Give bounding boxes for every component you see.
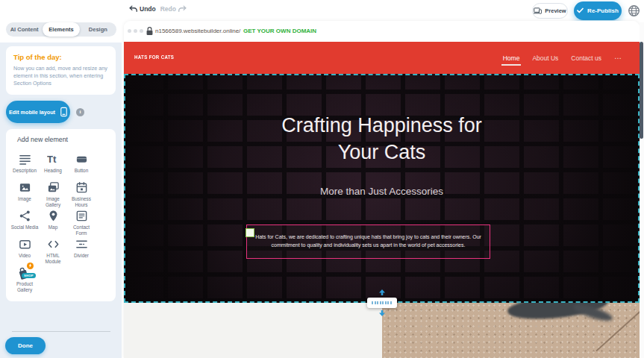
image-gallery-icon: [47, 181, 60, 194]
hero-heading[interactable]: Crafting Happiness for Your Cats: [124, 113, 640, 166]
heading-icon: Tt: [47, 153, 60, 166]
info-icon[interactable]: i: [76, 108, 84, 116]
language-globe-icon[interactable]: [628, 4, 640, 17]
button-icon: [75, 153, 88, 166]
element-label: Social Media: [11, 224, 39, 230]
tab-design[interactable]: Design: [80, 22, 116, 37]
image-icon: [19, 181, 31, 194]
tip-heading: Tip of the day:: [13, 53, 108, 61]
site-preview-window: n1566589.websitebuilder.online/ GET YOUR…: [124, 21, 640, 358]
undo-button[interactable]: Undo: [128, 4, 156, 13]
element-business-hours[interactable]: Business Hours: [67, 180, 96, 208]
resize-arrow-up-icon: [378, 289, 385, 295]
next-section-photo: [382, 303, 640, 358]
nav-about-us[interactable]: About Us: [532, 51, 558, 65]
tip-body: Now you can add, move and resize any ele…: [13, 65, 108, 87]
redo-icon: [178, 4, 187, 13]
next-section-blank: [124, 303, 382, 358]
shop-badge: SHOP: [22, 273, 36, 278]
window-dots: [128, 29, 143, 33]
resize-arrow-down-icon: [378, 310, 385, 316]
nav-contact-us[interactable]: Contact us: [571, 51, 601, 65]
redo-button[interactable]: Redo: [160, 4, 187, 13]
panel-divider: [12, 331, 110, 332]
undo-redo-group: Undo Redo: [128, 4, 187, 13]
element-contact-form[interactable]: Contact Form: [67, 208, 96, 236]
code-icon: [47, 238, 60, 251]
hero-body-text: Hats for Cats, we are dedicated to craft…: [253, 233, 484, 250]
website-builder-app: Section options Undo Redo Preview: [0, 0, 644, 358]
divider-icon: [75, 238, 88, 251]
done-button[interactable]: Done: [5, 337, 46, 354]
site-url[interactable]: n1566589.websitebuilder.online/: [155, 28, 240, 34]
element-label: Image Gallery: [39, 196, 67, 208]
tab-ai-content[interactable]: AI Content: [6, 22, 43, 37]
element-label: Heading: [44, 168, 62, 174]
element-description[interactable]: Description: [10, 151, 39, 180]
panel-tabs: AI Content Elements Design: [6, 22, 116, 37]
check-icon: [577, 7, 584, 13]
element-label: Product Gallery: [10, 281, 39, 293]
tab-elements[interactable]: Elements: [43, 22, 79, 37]
business-hours-icon: [75, 181, 88, 194]
video-icon: [19, 238, 31, 251]
undo-icon: [128, 4, 137, 13]
selection-handle[interactable]: [246, 228, 254, 237]
edit-mobile-label: Edit mobile layout: [9, 109, 55, 116]
hero-subheading[interactable]: More than Just Accessories: [124, 186, 640, 197]
redo-label: Redo: [160, 5, 176, 13]
element-image-gallery[interactable]: Image Gallery: [39, 180, 67, 208]
element-label: Contact Form: [67, 224, 96, 236]
site-header: HATS FOR CATS Home About Us Contact us …: [124, 42, 640, 74]
element-image[interactable]: Image: [10, 180, 39, 208]
svg-text:Tt: Tt: [47, 154, 57, 165]
site-viewport: HATS FOR CATS Home About Us Contact us ……: [124, 42, 640, 358]
element-label: Button: [75, 168, 88, 174]
element-divider[interactable]: Divider: [67, 236, 96, 265]
undo-label: Undo: [140, 5, 156, 13]
element-grid: Description Tt Heading Button: [10, 151, 96, 293]
phone-icon: [60, 107, 67, 117]
republish-button[interactable]: Re-Publish: [574, 1, 622, 20]
element-video[interactable]: Video: [10, 236, 39, 265]
section-options-panel: AI Content Elements Design Tip of the da…: [0, 0, 122, 358]
site-nav: Home About Us Contact us …: [503, 42, 622, 74]
nav-home[interactable]: Home: [503, 51, 520, 65]
selected-text-element[interactable]: Hats for Cats, we are dedicated to craft…: [246, 224, 490, 259]
element-button[interactable]: Button: [67, 151, 96, 180]
devices-icon: [534, 7, 542, 14]
map-pin-icon: [47, 210, 60, 222]
topbar-actions: Preview Re-Publish: [532, 0, 640, 21]
preview-button[interactable]: Preview: [532, 3, 568, 19]
add-element-title: Add new element: [17, 136, 68, 143]
preview-label: Preview: [545, 7, 566, 14]
social-media-icon: [19, 210, 31, 222]
element-map[interactable]: Map: [39, 208, 67, 236]
tip-of-the-day-card: Tip of the day: Now you can add, move an…: [6, 46, 116, 95]
element-social-media[interactable]: Social Media: [10, 208, 39, 236]
element-label: Image: [18, 196, 31, 202]
hero-section[interactable]: Crafting Happiness for Your Cats More th…: [124, 74, 640, 303]
add-element-card: Add new element Description Tt Heading: [6, 129, 116, 301]
edit-mobile-layout-button[interactable]: Edit mobile layout: [6, 101, 70, 123]
promo-badge-icon: [27, 263, 34, 269]
product-gallery-icon: SHOP: [16, 266, 33, 279]
element-label: Divider: [74, 253, 89, 259]
nav-more-menu[interactable]: …: [614, 49, 622, 63]
element-heading[interactable]: Tt Heading: [39, 151, 67, 180]
site-logo[interactable]: HATS FOR CATS: [134, 54, 174, 60]
element-label: Description: [13, 168, 37, 174]
element-label: Map: [49, 224, 57, 230]
lock-icon: [146, 26, 154, 36]
element-product-gallery[interactable]: SHOP Product Gallery: [10, 265, 39, 293]
element-label: Video: [19, 253, 31, 259]
get-domain-link[interactable]: GET YOUR OWN DOMAIN: [243, 28, 316, 34]
element-html-module[interactable]: HTML Module: [39, 236, 67, 265]
description-icon: [19, 153, 31, 166]
mobile-layout-row: Edit mobile layout i: [6, 101, 116, 123]
section-resize-handle[interactable]: [367, 298, 397, 308]
element-label: Business Hours: [67, 196, 96, 208]
scrollbar-thumb[interactable]: [640, 42, 643, 139]
element-label: HTML Module: [39, 253, 67, 265]
preview-scrollbar: [640, 22, 644, 358]
